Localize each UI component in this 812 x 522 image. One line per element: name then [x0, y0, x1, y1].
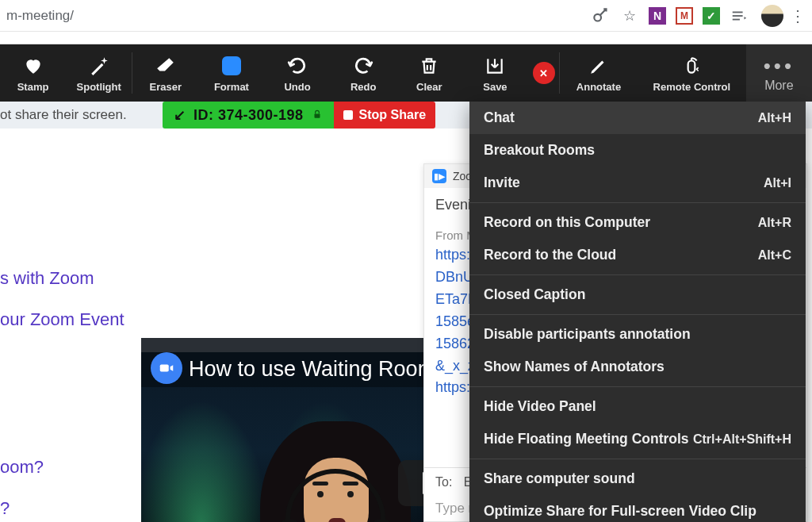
zoom-badge-icon [151, 352, 182, 384]
meeting-id-pill: ↙ ID: 374-300-198 [163, 102, 334, 129]
annotate-button[interactable]: Annotate [560, 44, 638, 102]
spotlight-button[interactable]: Spotlight [66, 44, 132, 102]
menu-item-hide-floating-meeting-controls[interactable]: Hide Floating Meeting ControlsCtrl+Alt+S… [469, 423, 806, 455]
broadcast-icon: ↙ [174, 106, 186, 124]
stop-icon [343, 110, 353, 120]
menu-item-label: Breakout Rooms [484, 142, 595, 159]
redo-button[interactable]: Redo [331, 44, 396, 102]
chat-to-label: To: [435, 475, 452, 489]
menu-item-record-on-this-computer[interactable]: Record on this ComputerAlt+R [469, 206, 806, 239]
close-icon: ✕ [533, 62, 555, 84]
undo-icon [287, 54, 308, 78]
media-control-icon[interactable] [728, 5, 750, 27]
menu-item-shortcut: Alt+I [764, 176, 791, 190]
menu-item-shortcut: Alt+R [758, 216, 791, 230]
menu-item-chat[interactable]: ChatAlt+H [469, 102, 806, 134]
format-icon [222, 54, 241, 78]
more-dots-icon: ••• [764, 54, 795, 79]
menu-item-record-to-the-cloud[interactable]: Record to the CloudAlt+C [469, 239, 806, 271]
save-button[interactable]: Save [462, 44, 528, 102]
svg-rect-5 [314, 113, 320, 117]
ext-check-icon[interactable]: ✓ [703, 7, 720, 25]
menu-item-invite[interactable]: InviteAlt+I [469, 167, 806, 199]
meeting-id-bar: ↙ ID: 374-300-198 Stop Share [163, 102, 435, 129]
menu-item-label: Record to the Cloud [484, 247, 616, 263]
meeting-id-text: ID: 374-300-198 [193, 107, 304, 124]
zoom-app-icon: ▮▶ [432, 169, 446, 183]
close-toolbar-button[interactable]: ✕ [528, 44, 559, 102]
menu-item-label: Closed Caption [484, 286, 585, 303]
video-title: How to use Waiting Room [189, 357, 435, 382]
menu-item-label: Show Names of Annotators [484, 359, 665, 375]
menu-item-label: Share computer sound [484, 470, 635, 487]
eraser-button[interactable]: Eraser [132, 44, 198, 102]
heart-icon [23, 54, 44, 78]
menu-item-shortcut: Ctrl+Alt+Shift+H [693, 432, 791, 447]
menu-item-label: Invite [484, 175, 520, 191]
menu-item-share-computer-sound[interactable]: Share computer sound [469, 463, 806, 495]
bookmark-star-icon[interactable]: ☆ [619, 5, 641, 27]
url-fragment: m-meeting/ [6, 8, 74, 24]
menu-item-closed-caption[interactable]: Closed Caption [469, 278, 806, 311]
menu-item-show-names-of-annotators[interactable]: Show Names of Annotators [469, 351, 806, 383]
menu-item-optimize-share-for-full-screen-video-clip[interactable]: Optimize Share for Full-screen Video Cli… [469, 495, 806, 522]
download-icon [485, 54, 505, 78]
more-menu: ChatAlt+HBreakout RoomsInviteAlt+IRecord… [469, 102, 806, 522]
browser-menu-icon[interactable]: ⋮ [790, 6, 806, 25]
annotation-toolbar: Stamp Spotlight Eraser Format Undo Redo … [0, 44, 812, 102]
trash-icon [419, 54, 439, 78]
undo-button[interactable]: Undo [264, 44, 330, 102]
profile-avatar[interactable] [761, 5, 783, 27]
svg-point-0 [594, 13, 601, 21]
menu-item-label: Disable participants annotation [484, 326, 691, 343]
ext-mcafee-icon[interactable]: M [676, 7, 693, 25]
pencil-icon [588, 54, 609, 78]
remote-control-button[interactable]: Remote Control [638, 44, 746, 102]
menu-item-label: Optimize Share for Full-screen Video Cli… [484, 503, 756, 520]
svg-rect-4 [688, 60, 695, 72]
stop-share-button[interactable]: Stop Share [334, 102, 435, 129]
format-button[interactable]: Format [198, 44, 264, 102]
menu-item-label: Record on this Computer [484, 214, 650, 231]
eraser-icon [155, 54, 176, 78]
redo-icon [353, 54, 373, 78]
svg-rect-1 [733, 11, 743, 13]
key-icon[interactable] [590, 5, 612, 27]
svg-rect-2 [733, 15, 743, 17]
browser-address-bar: m-meeting/ ☆ N M ✓ ⋮ [0, 0, 812, 32]
clear-button[interactable]: Clear [396, 44, 462, 102]
menu-item-shortcut: Alt+C [758, 248, 791, 263]
menu-item-disable-participants-annotation[interactable]: Disable participants annotation [469, 318, 806, 351]
menu-item-label: Hide Video Panel [484, 398, 596, 415]
svg-rect-3 [733, 18, 740, 20]
menu-item-label: Chat [484, 109, 515, 126]
svg-rect-6 [160, 364, 169, 371]
menu-item-breakout-rooms[interactable]: Breakout Rooms [469, 134, 806, 167]
menu-item-label: Hide Floating Meeting Controls [484, 431, 689, 447]
menu-item-shortcut: Alt+H [758, 111, 791, 125]
presenter-image [260, 421, 411, 522]
lock-icon [312, 107, 323, 124]
menu-item-hide-video-panel[interactable]: Hide Video Panel [469, 390, 806, 423]
ext-onenote-icon[interactable]: N [649, 7, 666, 25]
stamp-button[interactable]: Stamp [0, 44, 66, 102]
mouse-icon [681, 54, 702, 78]
more-button[interactable]: ••• More [746, 44, 812, 102]
wand-icon [89, 54, 109, 78]
